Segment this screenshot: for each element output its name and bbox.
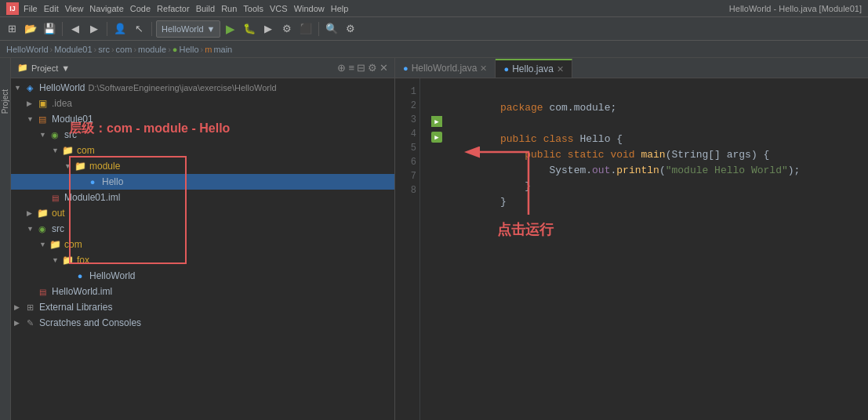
tree-helloworld-java[interactable]: ● HelloWorld bbox=[11, 268, 394, 284]
tree-module-folder-label: module bbox=[89, 161, 120, 172]
module01-icon: ▤ bbox=[36, 113, 49, 125]
menu-edit[interactable]: Edit bbox=[44, 4, 59, 13]
tree-module01-label: Module01 bbox=[52, 114, 93, 125]
tree-module01-iml[interactable]: ▤ Module01.iml bbox=[11, 190, 394, 205]
helloworld-tab-icon: ● bbox=[403, 63, 409, 73]
tree-external-libs[interactable]: ▶ ⊞ External Libraries bbox=[11, 299, 394, 315]
toolbar-open-btn[interactable]: 📂 bbox=[22, 20, 39, 38]
sidebar-tab[interactable]: Project bbox=[0, 58, 11, 420]
menu-vcs[interactable]: VCS bbox=[270, 4, 288, 13]
menu-code[interactable]: Code bbox=[130, 4, 151, 13]
toolbar-new-btn[interactable]: ⊞ bbox=[3, 20, 20, 38]
search-btn[interactable]: 🔍 bbox=[323, 20, 340, 38]
menu-help[interactable]: Help bbox=[331, 4, 349, 13]
run-config-dropdown[interactable]: HelloWorld ▼ bbox=[156, 20, 220, 38]
stop-button[interactable]: ⬛ bbox=[297, 20, 314, 38]
tree-idea-label: .idea bbox=[52, 98, 72, 109]
breadcrumb: HelloWorld › Module01 › src › com › modu… bbox=[0, 41, 868, 58]
idea-folder-icon: ▣ bbox=[36, 97, 49, 110]
toolbar-forward-btn[interactable]: ▶ bbox=[85, 20, 103, 38]
breadcrumb-module[interactable]: module bbox=[138, 45, 166, 54]
line-numbers: 1 2 3 4 5 6 7 8 bbox=[395, 78, 420, 420]
toolbar-save-btn[interactable]: 💾 bbox=[41, 20, 58, 38]
out-icon: 📁 bbox=[36, 207, 49, 219]
tree-fox[interactable]: ▼ 📁 fox bbox=[11, 252, 394, 268]
tree-helloworld[interactable]: ▼ ◈ HelloWorld D:\SoftwareEngineering\ja… bbox=[11, 80, 394, 96]
tree-module01-src-label: src bbox=[64, 129, 77, 140]
menu-run[interactable]: Run bbox=[221, 4, 237, 13]
helloworld-tab-label: HelloWorld.java bbox=[412, 63, 478, 74]
menu-view[interactable]: View bbox=[65, 4, 84, 13]
scope-icon[interactable]: ⊕ bbox=[337, 62, 346, 74]
tree-hello-java[interactable]: ● Hello bbox=[11, 174, 394, 190]
settings-icon[interactable]: ⚙ bbox=[368, 62, 377, 74]
code-content[interactable]: package com.module; public class Hello {… bbox=[433, 78, 868, 420]
title-bar: IJ File Edit View Navigate Code Refactor… bbox=[0, 0, 868, 17]
compact-icon[interactable]: ⊟ bbox=[357, 62, 365, 74]
run-with-coverage-btn[interactable]: ▶ bbox=[260, 20, 277, 38]
breadcrumb-src[interactable]: src bbox=[98, 45, 110, 54]
tree-out-label: out bbox=[52, 208, 65, 219]
breadcrumb-main[interactable]: main bbox=[213, 45, 232, 54]
tree-helloworld-label: HelloWorld bbox=[39, 82, 85, 93]
tree-helloworld-iml[interactable]: ▤ HelloWorld.iml bbox=[11, 284, 394, 299]
menu-file[interactable]: File bbox=[24, 4, 38, 13]
tab-helloworld-java[interactable]: ● HelloWorld.java ✕ bbox=[395, 59, 496, 78]
tab-hello-java[interactable]: ● Hello.java ✕ bbox=[496, 59, 572, 78]
run-button[interactable]: ▶ bbox=[222, 20, 239, 38]
app-logo: IJ bbox=[6, 2, 19, 15]
tree-src-root-label: src bbox=[52, 223, 64, 234]
tree-helloworld-java-label: HelloWorld bbox=[89, 270, 135, 281]
toolbar-back-btn[interactable]: ◀ bbox=[67, 20, 84, 38]
tree-idea[interactable]: ▶ ▣ .idea bbox=[11, 96, 394, 111]
run-config-btn[interactable]: ⚙ bbox=[278, 20, 296, 38]
toolbar-cursor-btn[interactable]: ↖ bbox=[130, 20, 147, 38]
menu-tools[interactable]: Tools bbox=[243, 4, 263, 13]
module-folder-icon: 📁 bbox=[74, 160, 86, 172]
toolbar: ⊞ 📂 💾 ◀ ▶ 👤 ↖ HelloWorld ▼ ▶ 🐛 ▶ ⚙ ⬛ 🔍 ⚙ bbox=[0, 17, 868, 41]
debug-button[interactable]: 🐛 bbox=[241, 20, 258, 38]
code-line-1: package com.module; bbox=[439, 85, 862, 100]
tree-module01-src[interactable]: ▼ ◉ src bbox=[11, 127, 394, 143]
project-title: Project bbox=[31, 63, 58, 73]
scratches-icon: ✎ bbox=[24, 317, 36, 329]
run-line3-indicator[interactable]: ▶ bbox=[431, 116, 442, 127]
close-panel-icon[interactable]: ✕ bbox=[380, 62, 388, 74]
tree-com2[interactable]: ▼ 📁 com bbox=[11, 237, 394, 252]
project-header: 📁 Project ▼ ⊕ ≡ ⊟ ⚙ ✕ bbox=[11, 58, 394, 78]
settings-btn[interactable]: ⚙ bbox=[342, 20, 359, 38]
menu-window[interactable]: Window bbox=[294, 4, 325, 13]
menu-refactor[interactable]: Refactor bbox=[157, 4, 190, 13]
breadcrumb-hello[interactable]: Hello bbox=[179, 45, 198, 54]
breadcrumb-module01[interactable]: Module01 bbox=[54, 45, 92, 54]
tree-helloworld-iml-label: HelloWorld.iml bbox=[52, 286, 112, 297]
menu-navigate[interactable]: Navigate bbox=[89, 4, 123, 13]
fox-icon: 📁 bbox=[61, 254, 74, 266]
helloworld-tab-close[interactable]: ✕ bbox=[480, 63, 487, 74]
breadcrumb-main-icon: m bbox=[205, 45, 212, 54]
window-title: HelloWorld - Hello.java [Module01] bbox=[729, 4, 862, 13]
flatten-icon[interactable]: ≡ bbox=[348, 62, 354, 74]
gutter: ▶ ▶ bbox=[420, 78, 433, 420]
tree-module01-iml-label: Module01.iml bbox=[64, 192, 120, 203]
project-side-label[interactable]: Project bbox=[1, 89, 9, 114]
breadcrumb-hello-icon: ● bbox=[173, 45, 178, 54]
toolbar-sep2 bbox=[107, 22, 107, 36]
menu-bar[interactable]: File Edit View Navigate Code Refactor Bu… bbox=[24, 4, 348, 13]
breadcrumb-com[interactable]: com bbox=[116, 45, 133, 54]
project-dropdown-icon[interactable]: ▼ bbox=[61, 63, 70, 73]
tree-src-root[interactable]: ▼ ◉ src bbox=[11, 221, 394, 237]
code-editor[interactable]: 1 2 3 4 5 6 7 8 ▶ ▶ package com.module; bbox=[395, 78, 868, 420]
hello-tab-close[interactable]: ✕ bbox=[557, 64, 564, 74]
tree-com1[interactable]: ▼ 📁 com bbox=[11, 143, 394, 158]
tree-scratches[interactable]: ▶ ✎ Scratches and Consoles bbox=[11, 315, 394, 331]
project-icon: ◈ bbox=[24, 81, 36, 94]
tree-module01[interactable]: ▼ ▤ Module01 bbox=[11, 111, 394, 127]
menu-build[interactable]: Build bbox=[196, 4, 215, 13]
toolbar-user-btn[interactable]: 👤 bbox=[111, 20, 129, 38]
tree-out[interactable]: ▶ 📁 out bbox=[11, 205, 394, 221]
tree-module-folder[interactable]: ▼ 📁 module bbox=[11, 158, 394, 174]
run-line4-btn[interactable]: ▶ bbox=[431, 132, 442, 143]
breadcrumb-helloworld[interactable]: HelloWorld bbox=[6, 45, 49, 54]
project-panel: 📁 Project ▼ ⊕ ≡ ⊟ ⚙ ✕ ▼ ◈ HelloWorld D:\… bbox=[11, 58, 395, 420]
